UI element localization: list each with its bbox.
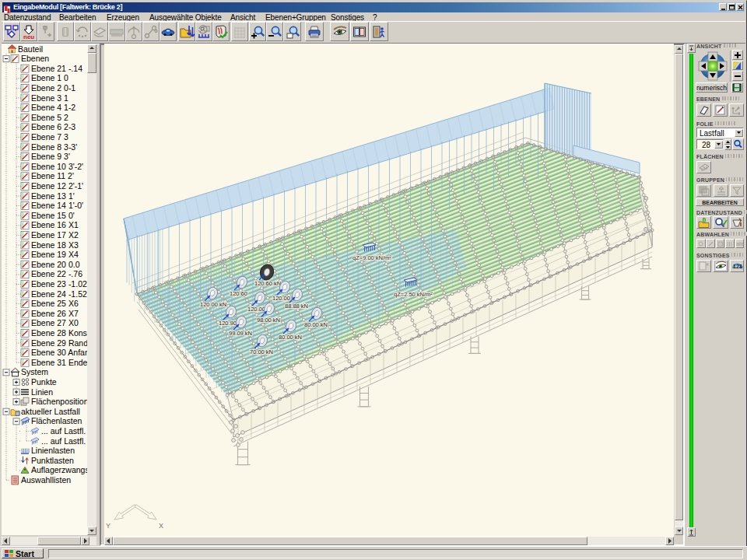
- svg-text:Ebene 28 Konsol: Ebene 28 Konsol: [31, 328, 87, 338]
- svg-text:Ebene 17 X2: Ebene 17 X2: [31, 230, 79, 240]
- svg-text:Ebene 13 1': Ebene 13 1': [31, 191, 75, 201]
- svg-text:Ebene 21 -.14: Ebene 21 -.14: [31, 64, 82, 73]
- svg-text:88.88 kN: 88.88 kN: [285, 303, 308, 310]
- svg-text:Ebene 23 -1.02: Ebene 23 -1.02: [31, 279, 87, 289]
- svg-text:X: X: [159, 522, 163, 530]
- svg-text:120.00: 120.00: [272, 295, 290, 302]
- svg-text:Flächenpositione: Flächenpositione: [31, 397, 87, 406]
- svg-text:120.60 kN: 120.60 kN: [254, 280, 281, 287]
- svg-text:neu: neu: [23, 33, 34, 40]
- svg-text:80.00 kN: 80.00 kN: [279, 334, 302, 341]
- svg-text:Ebene 30 Anfan: Ebene 30 Anfan: [31, 348, 87, 357]
- svg-text:99.09 kN: 99.09 kN: [229, 330, 252, 337]
- svg-text:Ebene 12 2'-1': Ebene 12 2'-1': [31, 181, 83, 191]
- svg-text:120.90: 120.90: [219, 320, 237, 327]
- svg-text:Linienlasten: Linienlasten: [31, 446, 75, 455]
- svg-text:Ebene 1 0: Ebene 1 0: [31, 73, 68, 82]
- svg-text:Ebene 7 3: Ebene 7 3: [31, 132, 68, 142]
- svg-text:Bauteil: Bauteil: [18, 44, 43, 54]
- svg-text:Ebene 31 Ende: Ebene 31 Ende: [31, 358, 87, 367]
- svg-text:qZ=9.00 kN/m²: qZ=9.00 kN/m²: [352, 254, 391, 261]
- svg-text:Ebene 20 0.0: Ebene 20 0.0: [31, 260, 80, 269]
- svg-text:Ebene 2 0-1: Ebene 2 0-1: [31, 83, 75, 93]
- svg-text:qZ=2.50 kN/m²: qZ=2.50 kN/m²: [394, 291, 433, 298]
- svg-text:Ebene 18 X3: Ebene 18 X3: [31, 240, 79, 250]
- svg-text:Flächenlasten: Flächenlasten: [31, 416, 82, 425]
- svg-text:Ebene 9 3': Ebene 9 3': [31, 152, 70, 161]
- svg-text:Ebene 27 X0: Ebene 27 X0: [31, 318, 79, 327]
- svg-text:Ebene 5 2: Ebene 5 2: [31, 113, 68, 122]
- svg-text:Ebene 14 1'-0': Ebene 14 1'-0': [31, 201, 83, 210]
- svg-text:Auflagerzwangsv: Auflagerzwangsv: [31, 465, 87, 474]
- svg-text:Ebene 8 3-3': Ebene 8 3-3': [31, 142, 77, 152]
- svg-text:Ebene 29 Randk: Ebene 29 Randk: [31, 338, 87, 348]
- svg-text:120.60: 120.60: [230, 290, 247, 297]
- svg-text:Ebene 22 -.76: Ebene 22 -.76: [31, 269, 82, 278]
- svg-text:... auf Lastfl.: ... auf Lastfl.: [41, 426, 86, 436]
- svg-text:Auswahllisten: Auswahllisten: [21, 475, 71, 485]
- svg-text:Y: Y: [106, 522, 110, 530]
- svg-text:System: System: [21, 367, 48, 376]
- svg-text:120.00 kN: 120.00 kN: [200, 301, 226, 308]
- svg-text:Ebene 25 X6: Ebene 25 X6: [31, 299, 79, 308]
- svg-text:... auf Lastfl.: ... auf Lastfl.: [41, 436, 86, 446]
- svg-text:Ebene 15 0': Ebene 15 0': [31, 211, 75, 220]
- svg-text:Ebene 24 -1.52: Ebene 24 -1.52: [31, 289, 87, 299]
- svg-text:Ebene 3 1: Ebene 3 1: [31, 93, 68, 103]
- svg-text:Linien: Linien: [31, 387, 53, 397]
- svg-text:alle: alle: [736, 241, 743, 247]
- svg-text:TV: TV: [735, 88, 739, 92]
- svg-text:80.00 kN: 80.00 kN: [304, 321, 328, 328]
- svg-text:Ebene 10 3'-2': Ebene 10 3'-2': [31, 162, 83, 171]
- svg-text:123: 123: [733, 264, 742, 269]
- svg-text:Ebene 19 X4: Ebene 19 X4: [31, 250, 79, 259]
- svg-text:Ebenen: Ebenen: [21, 54, 49, 63]
- svg-text:98.00 kN: 98.00 kN: [257, 317, 280, 324]
- svg-text:Ebene 11 2': Ebene 11 2': [31, 171, 74, 180]
- svg-text:Punktlasten: Punktlasten: [31, 456, 74, 465]
- svg-text:Punkte: Punkte: [31, 377, 57, 387]
- svg-text:70.00 kN: 70.00 kN: [250, 348, 273, 355]
- svg-text:Ebene 6 2-3: Ebene 6 2-3: [31, 122, 75, 131]
- svg-text:Ebene 4 1-2: Ebene 4 1-2: [31, 103, 75, 112]
- svg-text:Ebene 16 X1: Ebene 16 X1: [31, 220, 79, 229]
- svg-text:Ebene 26 X7: Ebene 26 X7: [31, 309, 79, 318]
- svg-text:aktueller Lastfall: aktueller Lastfall: [21, 407, 80, 416]
